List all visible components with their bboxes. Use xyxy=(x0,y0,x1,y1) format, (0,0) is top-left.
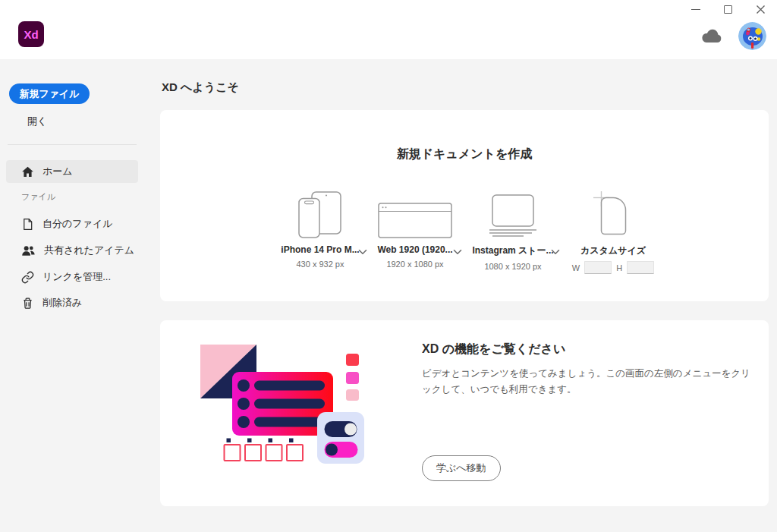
preset-instagram-story[interactable]: Instagram ストー... 1080 x 1920 px xyxy=(456,190,570,271)
height-label: H xyxy=(616,263,622,272)
minimize-icon xyxy=(691,9,700,10)
sidebar-divider xyxy=(8,144,137,145)
browser-window-icon xyxy=(378,203,452,238)
close-icon xyxy=(756,5,766,14)
sidebar-item-label: リンクを管理... xyxy=(42,270,111,284)
preset-dimensions: 1920 x 1080 px xyxy=(358,260,472,269)
new-document-title: 新規ドキュメントを作成 xyxy=(160,146,769,162)
features-illustration xyxy=(190,337,373,474)
sidebar-item-label: 共有されたアイテム xyxy=(44,244,134,257)
features-card: XD の機能をご覧ください ビデオとコンテンツを使ってみましょう。この画面の左側… xyxy=(160,320,769,506)
window-controls xyxy=(679,0,777,18)
main-area: 新規ファイル 開く ホーム ファイル 自分のファイル 共有されたアイテム リンク… xyxy=(0,59,777,532)
page-title: XD へようこそ xyxy=(162,80,239,95)
sidebar-section-files: ファイル xyxy=(21,191,55,203)
preset-label: カスタムサイズ xyxy=(580,245,646,256)
preset-custom-size[interactable]: カスタムサイズ W H xyxy=(556,190,670,274)
avatar-image xyxy=(738,22,766,50)
features-description: ビデオとコンテンツを使ってみましょう。この画面の左側のメニューをクリックして、い… xyxy=(422,366,756,398)
minimize-button[interactable] xyxy=(679,0,712,18)
home-icon xyxy=(21,165,34,178)
people-icon xyxy=(21,244,36,257)
maximize-button[interactable] xyxy=(712,0,744,18)
close-button[interactable] xyxy=(744,0,777,18)
link-icon xyxy=(21,271,34,284)
sidebar-item-deleted[interactable]: 削除済み xyxy=(6,291,138,314)
preset-label: Web 1920 (1920... xyxy=(377,244,452,255)
story-frame-icon xyxy=(488,194,538,238)
preset-label: Instagram ストー... xyxy=(472,245,553,256)
custom-size-icon xyxy=(593,191,633,238)
width-input[interactable] xyxy=(584,261,612,274)
preset-web[interactable]: Web 1920 (1920... 1920 x 1080 px xyxy=(358,190,472,269)
maximize-icon xyxy=(724,5,732,14)
user-avatar[interactable] xyxy=(738,22,766,50)
xd-app-logo: Xd xyxy=(18,21,44,47)
sidebar-item-manage-links[interactable]: リンクを管理... xyxy=(6,266,138,288)
sidebar-item-label: 削除済み xyxy=(42,296,82,310)
document-icon xyxy=(21,218,34,231)
preset-dimensions: 1080 x 1920 px xyxy=(456,262,570,271)
open-button[interactable]: 開く xyxy=(27,115,47,128)
preset-label: iPhone 14 Pro M... xyxy=(281,244,359,255)
height-input[interactable] xyxy=(627,261,654,274)
features-title: XD の機能をご覧ください xyxy=(422,342,565,357)
new-document-card: 新規ドキュメントを作成 iPhone 14 Pro M... 430 x 932… xyxy=(160,110,769,301)
go-to-learn-button[interactable]: 学ぶへ移動 xyxy=(422,455,501,481)
width-label: W xyxy=(572,263,580,272)
phone-tablet-icon xyxy=(298,191,342,238)
sidebar-item-label: ホーム xyxy=(42,165,73,178)
new-file-button[interactable]: 新規ファイル xyxy=(9,83,90,104)
sidebar-item-home[interactable]: ホーム xyxy=(6,160,138,183)
sidebar-item-my-files[interactable]: 自分のファイル xyxy=(6,212,138,235)
xd-logo-text: Xd xyxy=(24,28,38,41)
sidebar-item-label: 自分のファイル xyxy=(42,217,113,231)
sidebar-item-shared[interactable]: 共有されたアイテム xyxy=(6,239,138,262)
trash-icon xyxy=(21,297,34,310)
cloud-sync-icon[interactable] xyxy=(701,28,722,43)
title-bar: Xd xyxy=(0,0,777,59)
